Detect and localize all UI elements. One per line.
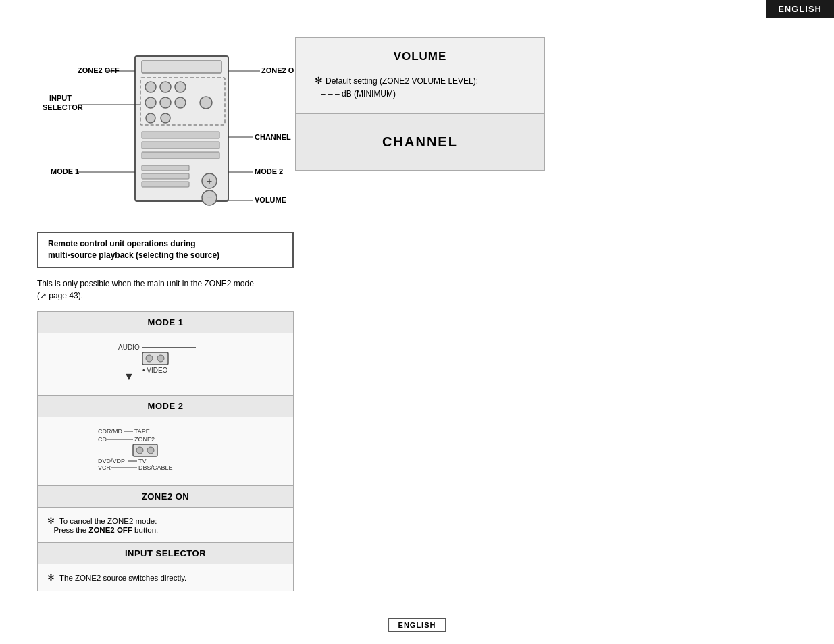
english-badge-bottom: ENGLISH [388,618,446,632]
right-column: VOLUME ✻Default setting (ZONE2 VOLUME LE… [295,37,545,171]
svg-point-3 [145,82,156,92]
left-column: + − ZONE2 OFF ZONE2 ON INPUT SELECTOR CH… [37,37,294,591]
zone2-off-bold: ZONE2 OFF [88,526,132,534]
remote-header-box: Remote control unit operations during mu… [37,232,294,268]
svg-point-5 [175,82,186,92]
mode2-body: CDR/MD TAPE CD ZONE2 DVD [38,417,294,485]
input-sel-note-symbol: ✻ [47,572,55,583]
mode1-table: MODE 1 AUDIO • VIDEO — ▼ [37,311,294,396]
input-selector-table: INPUT SELECTOR ✻ The ZONE2 source switch… [37,543,294,591]
english-badge-top: ENGLISH [766,0,834,18]
svg-text:−: − [207,192,212,203]
svg-text:AUDIO: AUDIO [118,344,140,351]
svg-text:SELECTOR: SELECTOR [43,103,83,111]
svg-point-52 [147,447,154,454]
svg-rect-16 [142,173,189,179]
svg-text:ZONE2 ON: ZONE2 ON [261,66,294,74]
mode1-diagram: AUDIO • VIDEO — ▼ [118,343,213,380]
mode2-diagram: CDR/MD TAPE CD ZONE2 DVD [98,427,233,471]
volume-note-line2: – – – dB (MINIMUM) [321,89,396,99]
svg-rect-14 [142,152,219,159]
svg-text:TV: TV [138,458,147,464]
svg-text:VCR: VCR [98,464,111,471]
zone2-on-body: ✻ To cancel the ZONE2 mode: Press the ZO… [38,507,294,542]
remote-section: Remote control unit operations during mu… [37,232,294,591]
input-selector-header: INPUT SELECTOR [38,543,294,564]
volume-channel-panel: VOLUME ✻Default setting (ZONE2 VOLUME LE… [295,37,545,171]
svg-point-4 [160,82,171,92]
svg-text:▼: ▼ [124,371,134,380]
mode1-header: MODE 1 [38,311,294,333]
svg-text:DVD/VDP: DVD/VDP [98,458,125,464]
svg-text:INPUT: INPUT [49,94,72,102]
volume-section: VOLUME ✻Default setting (ZONE2 VOLUME LE… [296,38,544,114]
mode2-table: MODE 2 CDR/MD TAPE CD ZONE2 [37,396,294,486]
input-sel-note-text: The ZONE2 source switches directly. [59,574,186,582]
svg-text:+: + [207,176,212,186]
svg-text:MODE 2: MODE 2 [255,167,283,176]
svg-rect-17 [142,182,189,187]
zone2-note-symbol: ✻ [47,516,55,526]
svg-text:• VIDEO —: • VIDEO — [142,367,176,374]
svg-text:TAPE: TAPE [134,428,150,435]
svg-text:MODE 1: MODE 1 [51,167,79,176]
svg-point-11 [200,97,212,109]
volume-note-line1: Default setting (ZONE2 VOLUME LEVEL): [325,76,478,86]
svg-text:CDR/MD: CDR/MD [98,428,122,435]
svg-point-8 [175,97,186,108]
svg-point-10 [161,113,170,123]
svg-point-7 [160,97,171,108]
svg-point-41 [157,355,164,362]
svg-text:DBS/CABLE: DBS/CABLE [138,464,173,471]
remote-header-text: Remote control unit operations during mu… [48,238,283,261]
svg-point-9 [146,113,155,123]
channel-title: CHANNEL [315,134,525,150]
zone2-note-text: To cancel the ZONE2 mode: [59,517,157,525]
svg-rect-15 [142,165,189,171]
svg-rect-12 [142,132,219,138]
zone2-on-table: ZONE2 ON ✻ To cancel the ZONE2 mode: Pre… [37,486,294,543]
svg-text:VOLUME: VOLUME [255,196,286,204]
device-diagram: + − ZONE2 OFF ZONE2 ON INPUT SELECTOR CH… [37,37,253,219]
svg-text:ZONE2: ZONE2 [134,436,155,443]
remote-intro-text: This is only possible when the main unit… [37,277,294,302]
zone2-on-header: ZONE2 ON [38,486,294,508]
volume-asterisk: ✻ [315,75,323,86]
svg-rect-13 [142,142,219,149]
svg-point-40 [146,355,153,362]
volume-note: ✻Default setting (ZONE2 VOLUME LEVEL): –… [315,73,525,101]
svg-text:CHANNEL: CHANNEL [255,133,291,141]
input-selector-body: ✻ The ZONE2 source switches directly. [38,564,294,591]
mode2-header: MODE 2 [38,396,294,417]
volume-title: VOLUME [315,50,525,63]
svg-text:ZONE2 OFF: ZONE2 OFF [78,66,120,74]
svg-rect-1 [142,61,221,73]
channel-section: CHANNEL [296,114,544,170]
mode1-body: AUDIO • VIDEO — ▼ [38,333,294,395]
svg-point-6 [145,97,156,108]
svg-text:CD: CD [98,436,107,443]
svg-point-51 [136,447,143,454]
